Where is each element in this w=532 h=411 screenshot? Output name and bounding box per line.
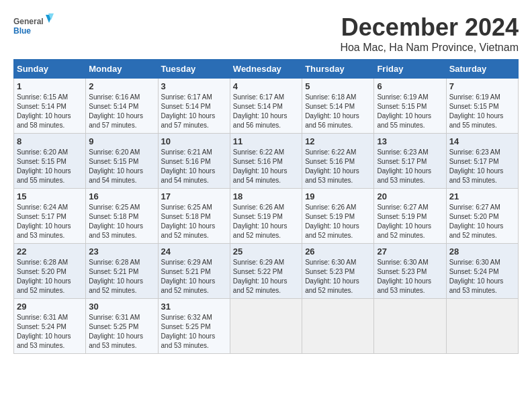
list-item: 5Sunrise: 6:18 AM Sunset: 5:14 PM Daylig… <box>302 79 374 134</box>
list-item: 17Sunrise: 6:25 AM Sunset: 5:18 PM Dayli… <box>158 189 230 244</box>
day-info: Sunrise: 6:25 AM Sunset: 5:18 PM Dayligh… <box>161 203 227 240</box>
list-item: 7Sunrise: 6:19 AM Sunset: 5:15 PM Daylig… <box>446 79 518 134</box>
day-number: 12 <box>305 136 371 146</box>
day-info: Sunrise: 6:17 AM Sunset: 5:14 PM Dayligh… <box>233 93 299 130</box>
day-number: 21 <box>449 191 515 201</box>
day-info: Sunrise: 6:25 AM Sunset: 5:18 PM Dayligh… <box>89 203 154 240</box>
list-item: 21Sunrise: 6:27 AM Sunset: 5:20 PM Dayli… <box>446 189 518 244</box>
table-row: 1Sunrise: 6:15 AM Sunset: 5:14 PM Daylig… <box>14 79 519 134</box>
svg-text:Blue: Blue <box>13 26 31 36</box>
day-info: Sunrise: 6:23 AM Sunset: 5:17 PM Dayligh… <box>377 148 443 185</box>
day-info: Sunrise: 6:29 AM Sunset: 5:22 PM Dayligh… <box>233 258 299 295</box>
day-number: 10 <box>161 136 227 146</box>
day-info: Sunrise: 6:18 AM Sunset: 5:14 PM Dayligh… <box>305 93 371 130</box>
day-number: 19 <box>305 191 371 201</box>
day-number: 14 <box>449 136 515 146</box>
day-number: 9 <box>89 136 154 146</box>
list-item: 14Sunrise: 6:23 AM Sunset: 5:17 PM Dayli… <box>446 134 518 189</box>
day-number: 7 <box>449 81 515 91</box>
day-number: 25 <box>233 246 299 257</box>
list-item: 18Sunrise: 6:26 AM Sunset: 5:19 PM Dayli… <box>230 189 302 244</box>
list-item: 23Sunrise: 6:28 AM Sunset: 5:21 PM Dayli… <box>86 244 158 299</box>
day-number: 1 <box>17 81 83 91</box>
day-number: 27 <box>377 246 443 257</box>
day-number: 18 <box>233 191 299 201</box>
day-info: Sunrise: 6:30 AM Sunset: 5:23 PM Dayligh… <box>377 258 443 295</box>
day-number: 22 <box>17 246 83 257</box>
month-title: December 2024 <box>340 13 519 42</box>
col-saturday: Saturday <box>446 60 518 79</box>
table-row: 15Sunrise: 6:24 AM Sunset: 5:17 PM Dayli… <box>14 189 519 244</box>
day-number: 6 <box>377 81 443 91</box>
list-item: 10Sunrise: 6:21 AM Sunset: 5:16 PM Dayli… <box>158 134 230 189</box>
list-item: 1Sunrise: 6:15 AM Sunset: 5:14 PM Daylig… <box>14 79 86 134</box>
list-item: 31Sunrise: 6:32 AM Sunset: 5:25 PM Dayli… <box>158 299 230 354</box>
location: Hoa Mac, Ha Nam Province, Vietnam <box>340 42 519 54</box>
day-number: 2 <box>89 81 154 91</box>
day-number: 28 <box>449 246 515 257</box>
col-tuesday: Tuesday <box>158 60 230 79</box>
col-wednesday: Wednesday <box>230 60 302 79</box>
list-item: 20Sunrise: 6:27 AM Sunset: 5:19 PM Dayli… <box>374 189 446 244</box>
day-number: 26 <box>305 246 371 257</box>
day-number: 30 <box>89 302 154 312</box>
list-item: 2Sunrise: 6:16 AM Sunset: 5:14 PM Daylig… <box>86 79 158 134</box>
day-info: Sunrise: 6:21 AM Sunset: 5:16 PM Dayligh… <box>161 148 227 185</box>
col-sunday: Sunday <box>14 60 86 79</box>
day-info: Sunrise: 6:20 AM Sunset: 5:15 PM Dayligh… <box>89 148 154 185</box>
list-item: 11Sunrise: 6:22 AM Sunset: 5:16 PM Dayli… <box>230 134 302 189</box>
table-row: 8Sunrise: 6:20 AM Sunset: 5:15 PM Daylig… <box>14 134 519 189</box>
day-info: Sunrise: 6:17 AM Sunset: 5:14 PM Dayligh… <box>161 93 227 130</box>
list-item <box>374 299 446 354</box>
list-item: 27Sunrise: 6:30 AM Sunset: 5:23 PM Dayli… <box>374 244 446 299</box>
day-info: Sunrise: 6:19 AM Sunset: 5:15 PM Dayligh… <box>377 93 443 130</box>
list-item <box>302 299 374 354</box>
title-block: December 2024 Hoa Mac, Ha Nam Province, … <box>340 13 519 54</box>
calendar-header-row: Sunday Monday Tuesday Wednesday Thursday… <box>14 60 519 79</box>
list-item: 4Sunrise: 6:17 AM Sunset: 5:14 PM Daylig… <box>230 79 302 134</box>
list-item: 25Sunrise: 6:29 AM Sunset: 5:22 PM Dayli… <box>230 244 302 299</box>
list-item: 15Sunrise: 6:24 AM Sunset: 5:17 PM Dayli… <box>14 189 86 244</box>
day-info: Sunrise: 6:29 AM Sunset: 5:21 PM Dayligh… <box>161 258 227 295</box>
day-info: Sunrise: 6:22 AM Sunset: 5:16 PM Dayligh… <box>233 148 299 185</box>
day-number: 8 <box>17 136 83 146</box>
day-number: 29 <box>17 302 83 312</box>
list-item: 30Sunrise: 6:31 AM Sunset: 5:25 PM Dayli… <box>86 299 158 354</box>
day-number: 15 <box>17 191 83 201</box>
day-number: 31 <box>161 302 227 312</box>
day-info: Sunrise: 6:24 AM Sunset: 5:17 PM Dayligh… <box>17 203 83 240</box>
day-info: Sunrise: 6:16 AM Sunset: 5:14 PM Dayligh… <box>89 93 154 130</box>
day-info: Sunrise: 6:26 AM Sunset: 5:19 PM Dayligh… <box>233 203 299 240</box>
list-item: 12Sunrise: 6:22 AM Sunset: 5:16 PM Dayli… <box>302 134 374 189</box>
list-item: 29Sunrise: 6:31 AM Sunset: 5:24 PM Dayli… <box>14 299 86 354</box>
day-info: Sunrise: 6:20 AM Sunset: 5:15 PM Dayligh… <box>17 148 83 185</box>
col-monday: Monday <box>86 60 158 79</box>
list-item: 28Sunrise: 6:30 AM Sunset: 5:24 PM Dayli… <box>446 244 518 299</box>
day-info: Sunrise: 6:19 AM Sunset: 5:15 PM Dayligh… <box>449 93 515 130</box>
day-info: Sunrise: 6:30 AM Sunset: 5:24 PM Dayligh… <box>449 258 515 295</box>
day-info: Sunrise: 6:30 AM Sunset: 5:23 PM Dayligh… <box>305 258 371 295</box>
day-number: 4 <box>233 81 299 91</box>
list-item: 24Sunrise: 6:29 AM Sunset: 5:21 PM Dayli… <box>158 244 230 299</box>
day-info: Sunrise: 6:26 AM Sunset: 5:19 PM Dayligh… <box>305 203 371 240</box>
day-info: Sunrise: 6:28 AM Sunset: 5:20 PM Dayligh… <box>17 258 83 295</box>
svg-text:General: General <box>13 17 44 26</box>
logo: General Blue <box>13 13 54 40</box>
day-number: 23 <box>89 246 154 257</box>
day-number: 11 <box>233 136 299 146</box>
list-item: 22Sunrise: 6:28 AM Sunset: 5:20 PM Dayli… <box>14 244 86 299</box>
col-thursday: Thursday <box>302 60 374 79</box>
list-item <box>230 299 302 354</box>
day-info: Sunrise: 6:31 AM Sunset: 5:25 PM Dayligh… <box>89 313 154 351</box>
list-item <box>446 299 518 354</box>
logo-svg: General Blue <box>13 13 54 40</box>
day-number: 20 <box>377 191 443 201</box>
day-number: 3 <box>161 81 227 91</box>
list-item: 3Sunrise: 6:17 AM Sunset: 5:14 PM Daylig… <box>158 79 230 134</box>
calendar-table: Sunday Monday Tuesday Wednesday Thursday… <box>13 59 519 354</box>
page-header: General Blue December 2024 Hoa Mac, Ha N… <box>13 13 519 54</box>
day-info: Sunrise: 6:23 AM Sunset: 5:17 PM Dayligh… <box>449 148 515 185</box>
day-number: 13 <box>377 136 443 146</box>
day-info: Sunrise: 6:28 AM Sunset: 5:21 PM Dayligh… <box>89 258 154 295</box>
day-info: Sunrise: 6:32 AM Sunset: 5:25 PM Dayligh… <box>161 313 227 351</box>
